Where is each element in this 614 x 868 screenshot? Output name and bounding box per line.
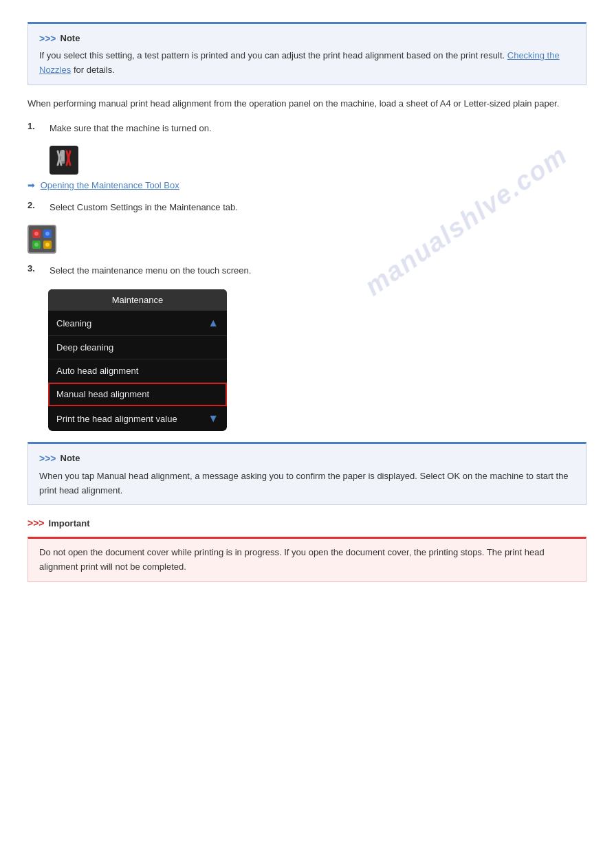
note2-header: >>> Note bbox=[39, 451, 575, 466]
step-3-text: Select the maintenance menu on the touch… bbox=[50, 263, 586, 278]
important-chevrons: >>> bbox=[28, 518, 45, 528]
ink-icon bbox=[30, 227, 54, 252]
step-2-row: 2. Select Custom Settings in the Mainten… bbox=[28, 200, 586, 215]
ink-icon-container bbox=[28, 225, 56, 254]
note2-box: >>> Note When you tap Manual head alignm… bbox=[28, 442, 586, 505]
svg-point-15 bbox=[45, 243, 50, 247]
menu-item-auto-alignment-label: Auto head alignment bbox=[56, 366, 138, 376]
step-2-text: Select Custom Settings in the Maintenanc… bbox=[50, 200, 586, 215]
maintenance-menu: Maintenance Cleaning ▲ Deep cleaning Aut… bbox=[48, 289, 227, 431]
menu-item-cleaning-label: Cleaning bbox=[56, 318, 91, 329]
menu-chevron-down-icon: ▼ bbox=[208, 412, 219, 425]
note2-chevrons: >>> bbox=[39, 451, 56, 466]
top-note-box: >>> Note If you select this setting, a t… bbox=[28, 22, 586, 85]
menu-chevron-up-icon: ▲ bbox=[208, 317, 219, 329]
important-text: Do not open the document cover while pri… bbox=[39, 547, 545, 572]
step-2-number: 2. bbox=[28, 200, 40, 210]
important-section: >>> Important Do not open the document c… bbox=[28, 518, 586, 582]
important-header: >>> Important bbox=[28, 518, 586, 528]
note2-header-label: Note bbox=[61, 452, 80, 466]
top-note-header: >>> Note bbox=[39, 31, 575, 46]
step-1-text: Make sure that the machine is turned on. bbox=[50, 121, 586, 136]
svg-point-14 bbox=[34, 243, 39, 247]
maintenance-menu-title: Maintenance bbox=[48, 289, 227, 311]
menu-item-manual-alignment-label: Manual head alignment bbox=[56, 389, 149, 399]
step-1-number: 1. bbox=[28, 121, 40, 131]
important-box: Do not open the document cover while pri… bbox=[28, 537, 586, 582]
menu-item-deep-cleaning[interactable]: Deep cleaning bbox=[48, 336, 227, 359]
top-note-chevrons: >>> bbox=[39, 31, 56, 46]
svg-point-4 bbox=[67, 157, 70, 159]
step-3-row: 3. Select the maintenance menu on the to… bbox=[28, 263, 586, 278]
step-3-number: 3. bbox=[28, 263, 40, 274]
note2-text: When you tap Manual head alignment, a me… bbox=[39, 469, 575, 498]
svg-point-12 bbox=[34, 232, 39, 236]
menu-item-auto-alignment[interactable]: Auto head alignment bbox=[48, 359, 227, 383]
top-note-header-label: Note bbox=[61, 32, 80, 46]
menu-item-print-value[interactable]: Print the head alignment value ▼ bbox=[48, 406, 227, 431]
svg-point-7 bbox=[58, 157, 61, 159]
top-note-link-suffix: for details. bbox=[74, 65, 115, 75]
important-header-label: Important bbox=[49, 518, 90, 528]
intro-text: When performing manual print head alignm… bbox=[28, 96, 586, 111]
svg-point-13 bbox=[45, 232, 50, 236]
step1-link[interactable]: Opening the Maintenance Tool Box bbox=[41, 180, 179, 190]
tools-icon bbox=[52, 148, 76, 172]
tools-icon-container bbox=[50, 146, 78, 175]
top-note-body: If you select this setting, a test patte… bbox=[39, 50, 505, 60]
step1-link-row: ➡ Opening the Maintenance Tool Box bbox=[28, 180, 586, 190]
menu-item-deep-cleaning-label: Deep cleaning bbox=[56, 342, 113, 353]
menu-item-manual-alignment[interactable]: Manual head alignment bbox=[48, 383, 227, 406]
menu-item-print-value-label: Print the head alignment value bbox=[56, 414, 177, 424]
menu-item-cleaning[interactable]: Cleaning ▲ bbox=[48, 311, 227, 336]
top-note-text: If you select this setting, a test patte… bbox=[39, 49, 575, 78]
step-1-row: 1. Make sure that the machine is turned … bbox=[28, 121, 586, 136]
step1-arrow-icon: ➡ bbox=[28, 180, 35, 190]
